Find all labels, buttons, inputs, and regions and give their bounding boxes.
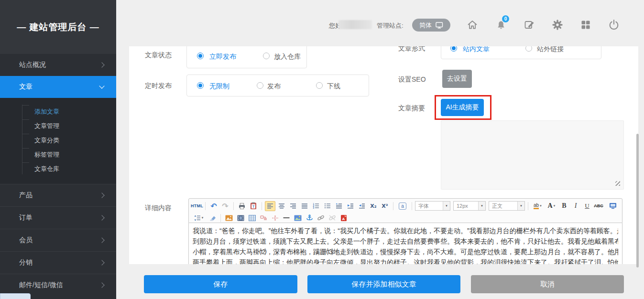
radio-external-link[interactable] [525,46,532,52]
page-break-icon[interactable] [270,213,280,223]
chevron-right-icon [99,282,104,288]
power-icon[interactable] [608,19,620,31]
unordered-list-icon[interactable] [322,201,333,211]
seo-label: 设置SEO [398,75,426,84]
chevron-right-icon [99,215,104,220]
paste-as-text-icon[interactable]: T [248,201,259,211]
radio-offline[interactable] [316,82,323,89]
align-justify-icon[interactable] [299,201,310,211]
align-right-icon[interactable] [288,201,298,211]
auto-typeset-icon[interactable]: a [396,201,409,211]
strikethrough-icon[interactable]: ABC [593,201,604,211]
chevron-down-icon [99,83,104,88]
cancel-button[interactable]: 取消 [471,275,624,293]
radio-publish-now-label[interactable]: 立即发布 [209,53,236,61]
superscript-icon[interactable]: X² [380,201,390,211]
fullscreen-icon[interactable] [608,201,618,211]
settings-gear-icon[interactable] [551,19,564,31]
submenu-item-article-category[interactable]: 文章分类 [0,133,116,148]
horizontal-rule-icon[interactable] [281,213,292,223]
line-height-icon[interactable]: ▼ [192,213,206,223]
radio-internal-article-label[interactable]: 站内文章 [463,46,490,53]
radio-publish[interactable] [257,82,263,89]
sidebar-item-orders[interactable]: 订单 [0,206,116,229]
submenu-item-article-manage[interactable]: 文章管理 [0,119,116,133]
article-status-label: 文章状态 [145,51,172,60]
apps-grid-icon[interactable] [579,19,592,31]
align-left-icon[interactable] [265,201,275,211]
underline-icon[interactable]: U [582,201,592,211]
status-tooltip [0,293,31,299]
summary-textarea[interactable] [441,120,624,190]
sidebar-item-products[interactable]: 产品 [0,184,116,206]
indent-icon[interactable] [345,201,356,211]
timed-publish-group: 无限制 发布 下线 [186,75,369,96]
radio-unlimited-label[interactable]: 无限制 [209,82,229,91]
language-switch-button[interactable]: 简体 [412,19,450,32]
sidebar: — 建站管理后台 — 站点概况 文章 添加文章 文章管理 文章分类 标签管理 文… [0,0,116,299]
sidebar-item-articles[interactable]: 文章 [0,76,116,98]
sidebar-item-distribution[interactable]: 分销 [0,251,116,274]
article-status-group: 立即发布 放入仓库 [186,46,307,68]
timed-publish-label: 定时发布 [145,82,172,90]
paragraph-format-select[interactable]: 正文▼ [489,201,525,211]
insert-image-icon[interactable] [224,213,234,223]
sidebar-item-site-overview[interactable]: 站点概况 [0,54,116,76]
radio-internal-article[interactable] [450,46,457,52]
remove-format-icon[interactable] [207,213,218,223]
align-center-icon[interactable] [276,201,287,211]
submenu-item-tag-manage[interactable]: 标签管理 [0,148,116,162]
insert-table-icon[interactable] [247,213,257,223]
chevron-right-icon [99,192,104,198]
font-family-select[interactable]: 字体▼ [415,201,450,211]
bold-icon[interactable]: B [559,201,569,211]
undo-icon[interactable]: ↶ [208,201,219,211]
radio-publish-label[interactable]: 发布 [267,82,281,91]
font-size-select[interactable]: 12px▼ [453,201,486,211]
save-button[interactable]: 保存 [144,275,297,293]
editor-body[interactable]: 我说道：“爸爸，你走吧。”他往车外看了看，说：“我买几个橘子去。你就在此地，不要… [188,223,622,264]
notification-badge: 0 [502,15,510,23]
articles-submenu: 添加文章 文章管理 文章分类 标签管理 文章仓库 [0,98,116,184]
insert-link-icon[interactable] [316,213,326,223]
radio-publish-now[interactable] [197,53,204,59]
save-and-add-similar-button[interactable]: 保存并添加相似文章 [307,275,460,293]
submenu-item-article-warehouse[interactable]: 文章仓库 [0,162,116,176]
source-code-button[interactable]: HTML [192,201,202,211]
editor-text-line: 我说道：“爸爸，你走吧。”他往车外看了看，说：“我买几个橘子去。你就在此地，不要… [193,225,618,236]
font-color-icon[interactable]: A▼ [546,201,558,211]
caret-down-icon: ▼ [517,202,524,210]
scrollbar-thumb[interactable] [636,134,639,267]
summary-label: 文章摘要 [398,104,425,113]
ai-generate-summary-button[interactable]: AI生成摘要 [441,99,484,116]
ordered-list-icon[interactable]: 123 [311,201,321,211]
insert-frame-icon[interactable] [258,213,269,223]
outdent-icon[interactable] [357,201,367,211]
insert-video-icon[interactable] [235,213,246,223]
textarea-resize-grip[interactable] [615,181,620,186]
chevron-right-icon [99,260,104,265]
seo-settings-button[interactable]: 去设置 [442,70,472,88]
radio-external-link-label[interactable]: 站外链接 [537,46,564,53]
sidebar-item-members[interactable]: 会员 [0,229,116,251]
home-icon[interactable] [466,19,479,31]
redo-icon[interactable]: ↷ [220,201,230,211]
indent-first-line-icon[interactable] [334,201,344,211]
snapshot-icon[interactable] [293,213,303,223]
radio-unlimited[interactable] [197,82,204,89]
radio-offline-label[interactable]: 下线 [327,82,340,91]
subscript-icon[interactable]: X₂ [368,201,379,211]
sidebar-item-mail-sms-wechat[interactable]: 邮件/短信/微信 [0,274,116,296]
radio-to-warehouse[interactable] [263,53,270,59]
anchor-icon[interactable] [304,213,315,223]
print-icon[interactable] [237,201,247,211]
editor-text-line: 到那边月台，须穿过铁道，须跳下去又爬上去。父亲是一个胖子，走过去自然要费事些。我… [193,236,618,246]
italic-icon[interactable]: I [570,201,581,211]
editor-toolbar: HTML ↶ ↷ T 123 [188,198,622,223]
attachment-icon[interactable]: A [338,213,349,223]
radio-to-warehouse-label[interactable]: 放入仓库 [274,53,301,61]
unlink-icon[interactable] [327,213,338,223]
submenu-item-add-article[interactable]: 添加文章 [0,105,116,119]
compose-icon[interactable] [523,19,535,31]
highlight-color-icon[interactable]: ab▼ [531,201,545,211]
